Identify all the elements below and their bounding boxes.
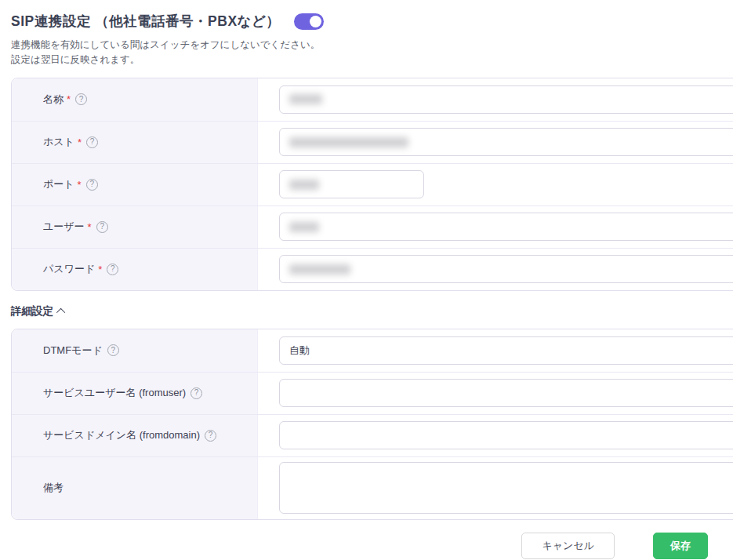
form-row-fromdomain: サービスドメイン名 (fromdomain) ? <box>12 414 733 456</box>
field-label-cell: サービスドメイン名 (fromdomain) ? <box>12 415 258 456</box>
port-input[interactable] <box>279 170 424 198</box>
field-label: サービスユーザー名 (fromuser) <box>43 386 186 400</box>
form-row-port: ポート * ? <box>12 163 733 205</box>
field-value-cell <box>258 415 733 456</box>
form-row-user: ユーザー * ? <box>12 205 733 248</box>
redacted-value <box>289 222 319 232</box>
basic-settings-table: 名称 * ? ホスト * ? ポ <box>11 78 733 291</box>
redacted-value <box>289 264 350 275</box>
field-value-cell: 自動 <box>258 329 733 372</box>
cancel-button[interactable]: キャンセル <box>521 533 615 559</box>
required-marker: * <box>67 93 71 105</box>
form-row-dtmf: DTMFモード ? 自動 <box>12 329 733 372</box>
fromdomain-input[interactable] <box>279 421 733 449</box>
field-label-cell: DTMFモード ? <box>12 329 258 372</box>
help-icon[interactable]: ? <box>75 93 87 105</box>
form-row-host: ホスト * ? <box>12 121 733 163</box>
sip-settings-page: SIP連携設定 （他社電話番号・PBXなど） 連携機能を有効にしている間はスイッ… <box>0 0 733 559</box>
redacted-value <box>289 137 408 147</box>
field-value-cell <box>258 164 733 205</box>
required-marker: * <box>88 221 92 233</box>
field-value-cell <box>258 249 733 290</box>
help-icon[interactable]: ? <box>107 344 119 356</box>
page-title: SIP連携設定 （他社電話番号・PBXなど） <box>11 12 280 31</box>
field-label-cell: ユーザー * ? <box>12 206 258 248</box>
description-line: 連携機能を有効にしている間はスイッチをオフにしないでください。 <box>11 38 733 53</box>
chevron-up-icon <box>56 307 65 316</box>
field-label: ポート <box>43 177 74 191</box>
page-description: 連携機能を有効にしている間はスイッチをオフにしないでください。 設定は翌日に反映… <box>0 38 733 67</box>
form-row-password: パスワード * ? <box>12 248 733 290</box>
save-button[interactable]: 保存 <box>653 533 708 559</box>
help-icon[interactable]: ? <box>96 221 108 233</box>
form-row-notes: 備考 <box>12 456 733 519</box>
required-marker: * <box>98 264 102 275</box>
page-header: SIP連携設定 （他社電話番号・PBXなど） <box>0 12 733 31</box>
dtmf-mode-value: 自動 <box>289 344 310 358</box>
host-input[interactable] <box>279 128 733 156</box>
password-input[interactable] <box>279 255 733 283</box>
description-line: 設定は翌日に反映されます。 <box>11 53 733 67</box>
field-label: パスワード <box>43 262 95 276</box>
advanced-settings-toggle[interactable]: 詳細設定 <box>11 304 65 318</box>
field-label-cell: ホスト * ? <box>12 122 258 163</box>
field-label-cell: 備考 <box>12 457 258 519</box>
dtmf-mode-select[interactable]: 自動 <box>279 336 733 365</box>
field-label: ホスト <box>43 135 74 149</box>
field-label: 名称 <box>43 93 64 107</box>
help-icon[interactable]: ? <box>205 430 216 442</box>
required-marker: * <box>78 179 82 191</box>
field-label-cell: サービスユーザー名 (fromuser) ? <box>12 373 258 414</box>
fromuser-input[interactable] <box>279 379 733 407</box>
field-label: 備考 <box>43 481 64 495</box>
help-icon[interactable]: ? <box>86 136 98 148</box>
name-input[interactable] <box>279 85 733 114</box>
field-label-cell: 名称 * ? <box>12 78 258 121</box>
required-marker: * <box>78 136 82 148</box>
form-row-name: 名称 * ? <box>12 78 733 121</box>
field-label: ユーザー <box>43 220 85 234</box>
toggle-knob <box>310 16 321 27</box>
help-icon[interactable]: ? <box>86 179 98 191</box>
field-value-cell <box>258 373 733 414</box>
help-icon[interactable]: ? <box>107 264 118 275</box>
field-label: サービスドメイン名 (fromdomain) <box>43 428 200 442</box>
help-icon[interactable]: ? <box>191 387 202 399</box>
form-row-fromuser: サービスユーザー名 (fromuser) ? <box>12 372 733 414</box>
field-value-cell <box>258 122 733 163</box>
field-value-cell <box>258 457 733 519</box>
redacted-value <box>289 94 322 104</box>
field-value-cell <box>258 206 733 248</box>
user-input[interactable] <box>279 213 733 241</box>
field-label-cell: ポート * ? <box>12 164 258 205</box>
sip-enabled-toggle[interactable] <box>294 13 324 30</box>
field-value-cell <box>258 78 733 121</box>
notes-textarea[interactable] <box>279 462 733 514</box>
field-label-cell: パスワード * ? <box>12 249 258 290</box>
redacted-value <box>289 180 319 190</box>
footer-actions: キャンセル 保存 <box>0 533 733 559</box>
advanced-settings-label: 詳細設定 <box>11 304 53 318</box>
advanced-settings-table: DTMFモード ? 自動 サービスユーザー名 (fromuser) ? サービス… <box>11 329 733 520</box>
field-label: DTMFモード <box>43 344 103 358</box>
